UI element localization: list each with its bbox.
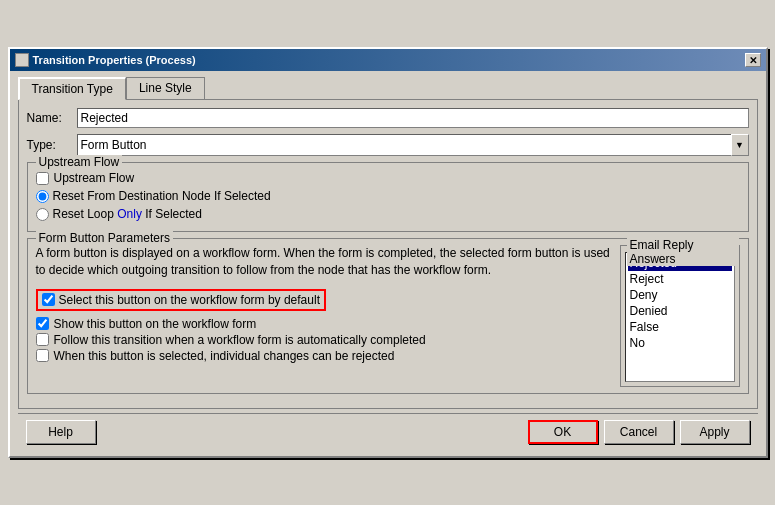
- type-select-wrap: Form Button ▼: [77, 134, 749, 156]
- radio-reset-dest-label: Reset From Destination Node If Selected: [53, 189, 271, 203]
- app-icon: [15, 53, 29, 67]
- btn-right-group: OK Cancel Apply: [528, 420, 750, 444]
- email-reply-item-false[interactable]: False: [628, 319, 732, 335]
- select-default-row: Select this button on the workflow form …: [36, 289, 326, 311]
- form-button-desc: A form button is displayed on a workflow…: [36, 245, 612, 279]
- email-reply-box: Email Reply Answers Rejected Reject Deny…: [620, 245, 740, 387]
- tab-panel: Name: Type: Form Button ▼ Upstream Flow: [18, 99, 758, 409]
- radio-reset-loop-label: Reset Loop Only If Selected: [53, 207, 202, 221]
- email-reply-list[interactable]: Rejected Reject Deny Denied False No: [625, 252, 735, 382]
- upstream-flow-checkbox[interactable]: [36, 172, 49, 185]
- upstream-flow-checkbox-label: Upstream Flow: [54, 171, 135, 185]
- close-button[interactable]: ✕: [745, 53, 761, 67]
- individual-changes-checkbox[interactable]: [36, 349, 49, 362]
- type-row: Type: Form Button ▼: [27, 134, 749, 156]
- bottom-bar: Help OK Cancel Apply: [18, 413, 758, 450]
- type-select-arrow[interactable]: ▼: [731, 134, 749, 156]
- tab-transition-type[interactable]: Transition Type: [18, 77, 126, 100]
- email-reply-label: Email Reply Answers: [627, 238, 739, 266]
- upstream-flow-label: Upstream Flow: [36, 155, 123, 169]
- show-button-label: Show this button on the workflow form: [54, 317, 257, 331]
- window-title: Transition Properties (Process): [33, 54, 196, 66]
- email-reply-item-denied[interactable]: Denied: [628, 303, 732, 319]
- radio-reset-loop[interactable]: [36, 208, 49, 221]
- ok-button[interactable]: OK: [528, 420, 598, 444]
- email-reply-item-deny[interactable]: Deny: [628, 287, 732, 303]
- window: Transition Properties (Process) ✕ Transi…: [8, 47, 768, 458]
- follow-transition-row: Follow this transition when a workflow f…: [36, 333, 612, 347]
- upstream-flow-checkbox-row: Upstream Flow: [36, 171, 740, 185]
- show-button-checkbox[interactable]: [36, 317, 49, 330]
- form-button-left: A form button is displayed on a workflow…: [36, 245, 612, 387]
- select-default-label: Select this button on the workflow form …: [59, 293, 320, 307]
- radio-reset-dest[interactable]: [36, 190, 49, 203]
- title-bar: Transition Properties (Process) ✕: [10, 49, 766, 71]
- follow-transition-checkbox[interactable]: [36, 333, 49, 346]
- type-select[interactable]: Form Button: [77, 134, 749, 156]
- window-content: Transition Type Line Style Name: Type: F…: [10, 71, 766, 456]
- email-reply-item-reject[interactable]: Reject: [628, 271, 732, 287]
- follow-transition-label: Follow this transition when a workflow f…: [54, 333, 426, 347]
- name-row: Name:: [27, 108, 749, 128]
- form-button-label: Form Button Parameters: [36, 231, 173, 245]
- form-button-group: Form Button Parameters A form button is …: [27, 238, 749, 394]
- select-default-checkbox[interactable]: [42, 293, 55, 306]
- email-reply-item-no[interactable]: No: [628, 335, 732, 351]
- radio-reset-loop-row: Reset Loop Only If Selected: [36, 207, 740, 221]
- type-label: Type:: [27, 138, 77, 152]
- help-button[interactable]: Help: [26, 420, 96, 444]
- form-button-area: A form button is displayed on a workflow…: [36, 245, 740, 387]
- email-reply-area: Email Reply Answers Rejected Reject Deny…: [620, 245, 740, 387]
- cancel-button[interactable]: Cancel: [604, 420, 674, 444]
- show-button-row: Show this button on the workflow form: [36, 317, 612, 331]
- tabs: Transition Type Line Style: [18, 77, 758, 99]
- apply-button[interactable]: Apply: [680, 420, 750, 444]
- individual-changes-row: When this button is selected, individual…: [36, 349, 612, 363]
- individual-changes-label: When this button is selected, individual…: [54, 349, 395, 363]
- name-label: Name:: [27, 111, 77, 125]
- name-input[interactable]: [77, 108, 749, 128]
- upstream-flow-group: Upstream Flow Upstream Flow Reset From D…: [27, 162, 749, 232]
- tab-line-style[interactable]: Line Style: [126, 77, 205, 99]
- radio-reset-dest-row: Reset From Destination Node If Selected: [36, 189, 740, 203]
